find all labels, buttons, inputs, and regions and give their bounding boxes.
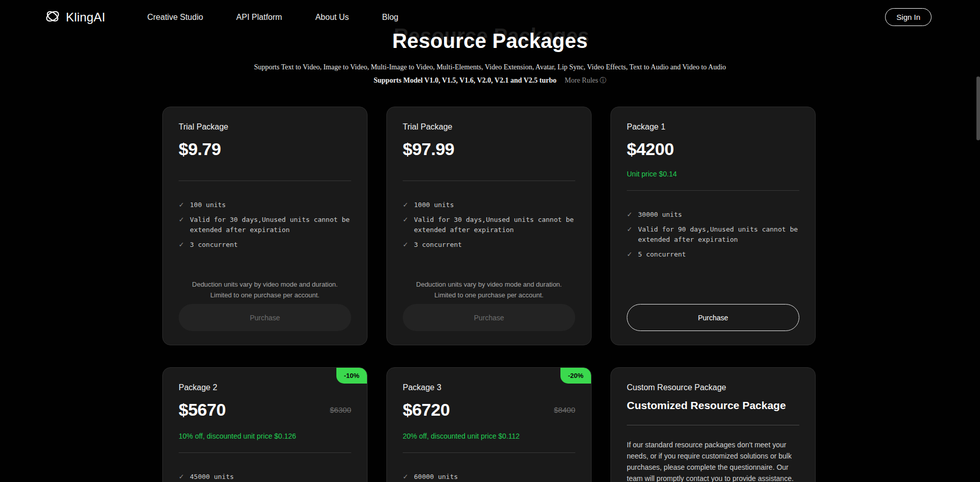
package-name: Package 3 [403,383,575,392]
purchase-button[interactable]: Purchase [403,304,575,331]
feature-item: ✓5 concurrent [627,249,799,260]
nav-item-creative-studio[interactable]: Creative Studio [147,13,203,22]
feature-item: ✓3 concurrent [179,240,351,250]
card-trial-package-small: Trial Package $9.79 ✓100 units ✓Valid fo… [162,107,368,345]
custom-package-heading: Customized Resource Package [627,399,799,412]
divider [403,452,575,453]
package-price: $97.99 [403,139,454,159]
check-icon: ✓ [627,249,638,260]
note-line: Deduction units vary by video mode and d… [179,279,351,290]
feature-item: ✓30000 units [627,210,799,220]
purchase-notes: Deduction units vary by video mode and d… [179,279,351,300]
card-trial-package-large: Trial Package $97.99 ✓1000 units ✓Valid … [386,107,592,345]
card-package-3: -20% Package 3 $6720 $8400 20% off, disc… [386,367,592,482]
package-name: Trial Package [179,122,351,132]
divider [179,452,351,453]
feature-item: ✓Valid for 30 days,Unused units cannot b… [403,215,575,235]
package-name: Trial Package [403,122,575,132]
check-icon: ✓ [627,224,638,245]
package-name: Custom Resource Package [627,383,799,392]
feature-item: ✓60000 units [403,472,575,482]
klingai-pricing-page: KlingAI Creative Studio API Platform Abo… [0,0,980,482]
discount-label: 10% off, discounted unit price $0.126 [179,432,351,440]
package-price: $9.79 [179,139,221,159]
package-price: $6720 [403,400,450,420]
subtitle-supported-features: Supports Text to Video, Image to Video, … [0,63,980,71]
card-package-1: Package 1 $4200 Unit price $0.14 ✓30000 … [610,107,816,345]
package-name: Package 2 [179,383,351,392]
divider [627,425,799,425]
supported-models-text: Supports Model V1.0, V1.5, V1.6, V2.0, V… [374,77,556,84]
discount-label: 20% off, discounted unit price $0.112 [403,432,575,440]
check-icon: ✓ [179,472,190,482]
purchase-button[interactable]: Purchase [179,304,351,331]
check-icon: ✓ [403,472,414,482]
main-nav: Creative Studio API Platform About Us Bl… [147,13,398,22]
check-icon: ✓ [179,240,190,250]
discount-badge: -10% [336,368,367,384]
purchase-button[interactable]: Purchase [627,304,799,331]
divider [403,181,575,181]
scrollbar-thumb[interactable] [976,77,980,140]
feature-list: ✓30000 units ✓Valid for 90 days,Unused u… [627,210,799,260]
check-icon: ✓ [403,240,414,250]
klingai-logo[interactable]: KlingAI [44,9,105,26]
note-line: Deduction units vary by video mode and d… [403,279,575,290]
top-nav-bar: KlingAI Creative Studio API Platform Abo… [0,0,980,34]
unit-price-label: Unit price $0.14 [627,170,799,178]
divider [627,190,799,191]
original-price: $6300 [330,405,351,414]
feature-item: ✓3 concurrent [403,240,575,250]
purchase-notes: Deduction units vary by video mode and d… [403,279,575,300]
check-icon: ✓ [403,200,414,210]
original-price: $8400 [554,405,575,414]
feature-item: ✓1000 units [403,200,575,210]
more-rules-link[interactable]: More Rulesⓘ [565,77,606,84]
feature-list: ✓1000 units ✓Valid for 30 days,Unused un… [403,200,575,250]
package-name: Package 1 [627,122,799,132]
check-icon: ✓ [627,210,638,220]
nav-item-blog[interactable]: Blog [382,13,398,22]
subtitle-supported-models: Supports Model V1.0, V1.5, V1.6, V2.0, V… [0,76,980,85]
card-custom-package: Custom Resource Package Customized Resou… [610,367,816,482]
packages-grid: Trial Package $9.79 ✓100 units ✓Valid fo… [162,107,816,482]
feature-item: ✓Valid for 30 days,Unused units cannot b… [179,215,351,235]
note-line: Limited to one purchase per account. [403,290,575,300]
package-price: $4200 [627,139,674,159]
nav-item-about-us[interactable]: About Us [315,13,349,22]
feature-list: ✓100 units ✓Valid for 30 days,Unused uni… [179,200,351,250]
package-price: $5670 [179,400,226,420]
logo-text: KlingAI [66,10,105,24]
nav-item-api-platform[interactable]: API Platform [236,13,282,22]
card-package-2: -10% Package 2 $5670 $6300 10% off, disc… [162,367,368,482]
feature-list: ✓60000 units [403,472,575,482]
check-icon: ✓ [179,200,190,210]
note-line: Limited to one purchase per account. [179,290,351,300]
info-icon: ⓘ [600,77,606,84]
feature-item: ✓45000 units [179,472,351,482]
divider [179,181,351,181]
custom-package-description: If our standard resource packages don't … [627,439,799,482]
feature-item: ✓Valid for 90 days,Unused units cannot b… [627,224,799,245]
feature-list: ✓45000 units [179,472,351,482]
feature-item: ✓100 units [179,200,351,210]
klingai-logo-icon [44,9,61,26]
page-title: Resource Packages [0,30,980,53]
sign-in-button[interactable]: Sign In [885,8,932,26]
discount-badge: -20% [560,368,591,384]
check-icon: ✓ [403,215,414,235]
check-icon: ✓ [179,215,190,235]
